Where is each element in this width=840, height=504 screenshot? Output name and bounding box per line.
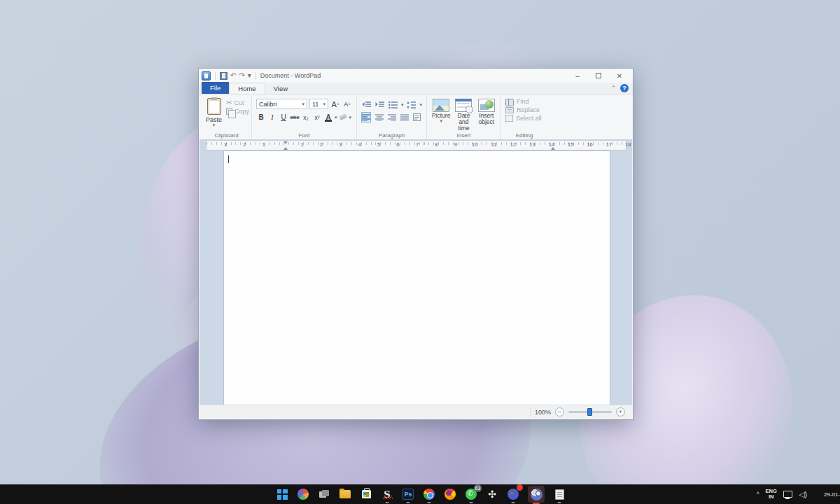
task-view-icon — [319, 490, 329, 498]
photoshop-button[interactable]: Ps — [402, 488, 414, 500]
cut-icon: ✂ — [226, 99, 232, 106]
fan-icon: ✣ — [488, 489, 496, 499]
chevron-down-icon: ▾ — [302, 102, 304, 106]
discord-icon — [507, 489, 519, 500]
left-indent-marker[interactable] — [284, 141, 288, 150]
qat-customize-dropdown-icon[interactable]: ▾ — [248, 72, 251, 79]
line-spacing-button[interactable] — [406, 99, 416, 110]
save-icon[interactable] — [220, 72, 227, 80]
s-app-button[interactable]: S — [381, 488, 393, 500]
firefox-button[interactable] — [444, 488, 456, 500]
copy-button[interactable]: Copy — [226, 108, 249, 115]
align-center-button[interactable] — [374, 112, 384, 122]
document-page[interactable] — [223, 150, 610, 405]
chrome-button[interactable] — [423, 488, 435, 500]
file-explorer-button[interactable] — [339, 488, 351, 500]
align-left-button[interactable] — [361, 112, 371, 122]
tab-file[interactable]: File — [202, 82, 229, 94]
insert-date-time-button[interactable]: Date and time — [454, 97, 473, 132]
start-button[interactable] — [276, 488, 288, 500]
network-icon[interactable] — [783, 491, 792, 498]
increase-indent-button[interactable] — [374, 99, 385, 110]
shrink-font-button[interactable]: A˅ — [342, 99, 352, 109]
widgets-icon — [298, 489, 309, 500]
whatsapp-button[interactable]: 63 — [465, 488, 477, 500]
insert-object-button[interactable]: Insert object — [477, 97, 496, 132]
picture-dropdown-icon[interactable]: ▾ — [440, 119, 442, 123]
store-icon — [362, 490, 371, 498]
undo-icon[interactable]: ↶ — [230, 72, 236, 79]
font-family-select[interactable]: Calibri ▾ — [256, 99, 307, 109]
align-right-button[interactable] — [387, 112, 397, 122]
tab-home[interactable]: Home — [229, 83, 265, 94]
ruler[interactable]: 321123456789101112131415161718 — [206, 140, 626, 150]
bold-button[interactable]: B — [256, 112, 266, 122]
highlight-color-icon[interactable] — [339, 113, 348, 122]
wordpad-app-icon[interactable] — [202, 71, 211, 80]
clock[interactable]: 29-01- — [813, 491, 840, 498]
chrome-icon — [424, 489, 435, 500]
close-button[interactable]: ✕ — [609, 69, 630, 82]
divider — [215, 72, 216, 80]
active-app-button[interactable] — [528, 486, 545, 503]
discord-notification-badge — [517, 484, 523, 491]
discord-button[interactable] — [507, 488, 519, 500]
quick-access-toolbar: ↶ ↷ ▾ — [202, 71, 258, 80]
zoom-out-button[interactable]: – — [555, 407, 564, 416]
firefox-icon — [444, 489, 456, 500]
tab-view[interactable]: View — [265, 83, 296, 94]
tray-overflow-chevron-icon[interactable]: ^ — [756, 491, 759, 498]
language-indicator[interactable]: ENG IN — [766, 489, 777, 500]
notepad-button[interactable] — [553, 488, 566, 500]
highlight-dropdown-icon[interactable]: ▾ — [349, 115, 352, 120]
group-label-editing: Editing — [501, 132, 547, 139]
microsoft-store-button[interactable] — [360, 488, 372, 500]
minimize-button[interactable]: – — [567, 69, 588, 82]
grow-font-button[interactable]: A˄ — [330, 99, 340, 109]
underline-button[interactable]: U — [279, 112, 288, 122]
paragraph-dialog-button[interactable] — [412, 112, 422, 122]
notepad-icon — [555, 489, 564, 500]
font-color-dropdown-icon[interactable]: ▾ — [335, 115, 337, 120]
find-label: Find — [517, 98, 529, 105]
font-color-button[interactable]: A — [323, 112, 333, 122]
replace-button[interactable]: Replace — [505, 106, 543, 113]
cut-button[interactable]: ✂ Cut — [226, 99, 249, 106]
find-icon — [505, 99, 514, 105]
chevron-down-icon: ▾ — [323, 102, 326, 106]
fan-app-button[interactable]: ✣ — [486, 488, 498, 500]
find-button[interactable]: Find — [505, 98, 543, 105]
status-bar: 100% – + — [200, 405, 632, 419]
paste-button[interactable]: Paste ▾ — [206, 97, 222, 127]
s-app-icon: S — [384, 489, 390, 500]
insert-picture-button[interactable]: Picture ▾ — [431, 97, 451, 132]
line-spacing-dropdown-icon[interactable]: ▾ — [419, 103, 422, 107]
bullets-dropdown-icon[interactable]: ▾ — [401, 103, 404, 107]
font-size-select[interactable]: 11 ▾ — [309, 99, 328, 109]
select-all-button[interactable]: Select all — [505, 115, 543, 122]
maximize-button[interactable] — [588, 69, 609, 82]
zoom-in-button[interactable]: + — [616, 407, 625, 416]
right-indent-marker[interactable] — [551, 141, 556, 150]
paste-dropdown-icon[interactable]: ▾ — [213, 123, 216, 127]
strikethrough-button[interactable]: abc — [290, 112, 300, 122]
zoom-slider[interactable] — [568, 411, 612, 413]
task-view-button[interactable] — [318, 488, 330, 500]
group-paragraph: ▾ ▾ — [357, 96, 427, 139]
redo-icon[interactable]: ↷ — [239, 72, 244, 79]
zoom-slider-thumb[interactable] — [587, 408, 592, 416]
bullets-button[interactable] — [388, 99, 398, 110]
divider — [530, 408, 531, 416]
subscript-button[interactable]: x₂ — [301, 112, 311, 122]
superscript-button[interactable]: x² — [312, 112, 322, 122]
italic-button[interactable]: I — [267, 112, 277, 122]
taskbar-widgets-button[interactable] — [297, 488, 309, 500]
collapse-ribbon-icon[interactable]: ⌃ — [610, 85, 616, 92]
justify-button[interactable] — [400, 112, 410, 122]
help-icon[interactable]: ? — [620, 84, 629, 92]
group-editing: Find Replace Select all Editing — [501, 96, 547, 139]
photoshop-icon: Ps — [402, 489, 414, 500]
decrease-indent-button[interactable] — [361, 99, 372, 110]
title-bar[interactable]: ↶ ↷ ▾ Document - WordPad – ✕ — [199, 69, 633, 83]
volume-icon[interactable]: ◁) — [799, 491, 807, 498]
